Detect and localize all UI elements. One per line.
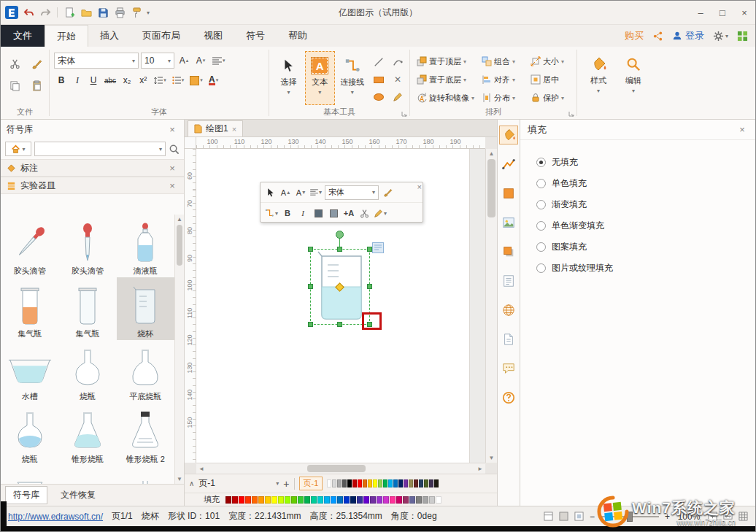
text-tool-button[interactable]: A 文本▾ bbox=[305, 51, 335, 105]
new-doc-icon[interactable] bbox=[63, 6, 76, 19]
login-link[interactable]: 登录 bbox=[672, 29, 704, 42]
style-button[interactable]: 样式▾ bbox=[582, 50, 615, 104]
tab-开始[interactable]: 开始 bbox=[45, 25, 88, 47]
color-swatch[interactable] bbox=[344, 496, 350, 504]
fill-option-无填充[interactable]: 无填充 bbox=[536, 156, 755, 169]
color-swatch[interactable] bbox=[370, 496, 376, 504]
color-swatch[interactable] bbox=[317, 496, 323, 504]
color-swatch[interactable] bbox=[225, 496, 231, 504]
arrange-distribute-button[interactable]: 分布▾ bbox=[479, 89, 528, 107]
color-swatch[interactable] bbox=[265, 496, 271, 504]
font-color-button[interactable]: A▾ bbox=[207, 73, 221, 88]
mini-tools-icon[interactable] bbox=[358, 206, 371, 220]
color-swatch[interactable] bbox=[409, 496, 415, 504]
color-swatch[interactable] bbox=[304, 496, 310, 504]
italic-button[interactable]: I bbox=[70, 73, 85, 88]
page-pane-button[interactable] bbox=[499, 330, 518, 349]
active-page-badge[interactable]: 页-1 bbox=[299, 477, 323, 490]
tab-页面布局[interactable]: 页面布局 bbox=[131, 25, 192, 47]
color-swatch[interactable] bbox=[434, 479, 439, 487]
symbol-烧杯[interactable]: 烧杯 bbox=[117, 277, 174, 340]
color-swatch[interactable] bbox=[324, 496, 330, 504]
color-swatch[interactable] bbox=[377, 496, 382, 504]
page-tab[interactable]: 页-1 bbox=[198, 477, 271, 490]
color-swatch[interactable] bbox=[342, 479, 347, 487]
color-swatch[interactable] bbox=[278, 496, 284, 504]
close-icon[interactable]: × bbox=[417, 182, 422, 191]
symbol-集气瓶[interactable]: 集气瓶 bbox=[58, 277, 116, 340]
arrange-center-button[interactable]: 居中 bbox=[528, 71, 572, 88]
color-swatch[interactable] bbox=[373, 479, 377, 487]
mini-grow-font-button[interactable]: A▴ bbox=[279, 185, 292, 200]
fill-option-渐变填充[interactable]: 渐变填充 bbox=[536, 198, 755, 211]
radio-icon[interactable] bbox=[536, 242, 546, 252]
color-swatch[interactable] bbox=[252, 496, 258, 504]
color-swatch[interactable] bbox=[258, 496, 264, 504]
radio-icon[interactable] bbox=[536, 158, 546, 167]
mini-font-family-select[interactable]: 宋体▾ bbox=[325, 185, 379, 200]
toolbar-options-caret-icon[interactable]: ▾ bbox=[147, 9, 150, 16]
add-page-button[interactable]: + bbox=[283, 478, 289, 490]
color-swatch[interactable] bbox=[245, 496, 251, 504]
font-size-select[interactable]: 10▾ bbox=[141, 53, 174, 69]
symbol-平底烧瓶[interactable]: 平底烧瓶 bbox=[117, 340, 174, 403]
bold-button[interactable]: B bbox=[54, 73, 69, 88]
horizontal-scrollbar[interactable]: ◄ ► bbox=[196, 463, 485, 474]
settings-gear-icon[interactable]: ▾ bbox=[713, 31, 728, 42]
delete-tool-button[interactable]: ✕ bbox=[389, 72, 406, 88]
mini-connector-icon[interactable]: ▾ bbox=[263, 206, 279, 220]
color-swatch[interactable] bbox=[337, 496, 343, 504]
ellipse-tool-button[interactable] bbox=[370, 89, 387, 105]
shadow-pane-button[interactable] bbox=[499, 242, 518, 261]
apps-grid-icon[interactable] bbox=[737, 31, 748, 42]
scroll-up-icon[interactable]: ▲ bbox=[486, 150, 497, 157]
library-search-input[interactable]: ▾ bbox=[34, 142, 166, 156]
doc-tab-drawing1[interactable]: 绘图1 × bbox=[188, 120, 243, 136]
arrange-group-button[interactable]: 组合▾ bbox=[479, 53, 528, 70]
normal-view-icon[interactable] bbox=[544, 512, 553, 521]
handle-w[interactable] bbox=[308, 284, 313, 289]
grid-toggle-icon[interactable] bbox=[738, 512, 748, 521]
smart-panel-icon[interactable] bbox=[372, 242, 384, 253]
close-icon[interactable]: × bbox=[736, 124, 748, 135]
symbol-烧瓶[interactable]: 烧瓶 bbox=[58, 340, 116, 403]
bullet-list-button[interactable]: ▾ bbox=[170, 73, 187, 88]
mini-quick-style-button[interactable]: +A bbox=[342, 206, 355, 220]
line-tool-button[interactable] bbox=[370, 54, 387, 70]
color-swatch[interactable] bbox=[393, 479, 398, 487]
superscript-button[interactable]: x² bbox=[136, 73, 150, 88]
color-swatch[interactable] bbox=[403, 496, 409, 504]
hyperlink-pane-button[interactable] bbox=[499, 301, 518, 320]
edraw-logo-icon[interactable] bbox=[5, 6, 18, 19]
color-swatch[interactable] bbox=[419, 479, 423, 487]
symbol-滴液瓶[interactable]: 滴液瓶 bbox=[117, 215, 174, 277]
mini-italic-button[interactable]: I bbox=[296, 206, 309, 220]
color-swatch[interactable] bbox=[291, 496, 297, 504]
open-folder-icon[interactable] bbox=[80, 6, 93, 19]
tab-插入[interactable]: 插入 bbox=[88, 25, 131, 47]
symbol-tube-green[interactable] bbox=[117, 466, 174, 484]
connector-tool-button[interactable]: 连接线▾ bbox=[336, 51, 369, 105]
subscript-button[interactable]: x₂ bbox=[120, 73, 134, 88]
text-highlight-button[interactable]: ▾ bbox=[188, 73, 205, 88]
drawing-area[interactable]: × A▴ A▾ ▾ 宋体▾ ▾ B I +A ▾ bbox=[196, 149, 485, 463]
color-swatch[interactable] bbox=[363, 496, 369, 504]
color-swatch[interactable] bbox=[423, 496, 428, 504]
mini-shrink-font-button[interactable]: A▾ bbox=[294, 185, 307, 200]
arrange-protect-button[interactable]: 保护▾ bbox=[528, 89, 572, 107]
edrawsoft-link[interactable]: http://www.edrawsoft.cn/ bbox=[8, 512, 103, 522]
panel-tab-文件恢复[interactable]: 文件恢复 bbox=[53, 487, 103, 504]
close-icon[interactable]: × bbox=[166, 180, 178, 191]
color-swatch[interactable] bbox=[409, 479, 413, 487]
rectangle-tool-button[interactable] bbox=[370, 72, 387, 88]
handle-n[interactable] bbox=[337, 247, 342, 252]
color-swatch[interactable] bbox=[429, 479, 433, 487]
radio-icon[interactable] bbox=[536, 179, 546, 188]
arrange-align-button[interactable]: 对齐▾ bbox=[479, 71, 528, 88]
color-swatch[interactable] bbox=[327, 479, 331, 487]
tab-帮助[interactable]: 帮助 bbox=[277, 25, 319, 47]
color-swatch[interactable] bbox=[390, 496, 396, 504]
color-swatch[interactable] bbox=[436, 496, 441, 504]
symbol-胶头滴管[interactable]: 胶头滴管 bbox=[58, 215, 116, 277]
fill-option-单色填充[interactable]: 单色填充 bbox=[536, 177, 755, 190]
